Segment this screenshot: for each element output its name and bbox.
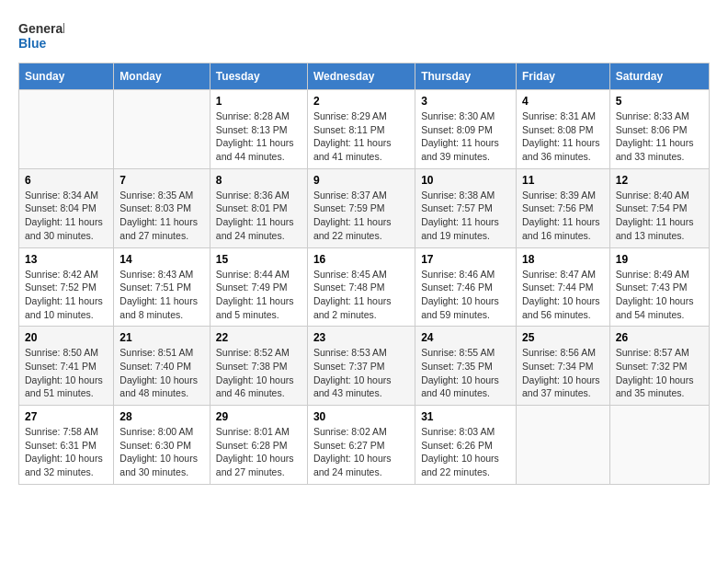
day-info: Sunrise: 8:03 AM Sunset: 6:26 PM Dayligh… [421, 425, 510, 479]
day-info: Sunrise: 8:53 AM Sunset: 7:37 PM Dayligh… [313, 346, 409, 400]
day-info: Sunrise: 8:55 AM Sunset: 7:35 PM Dayligh… [421, 346, 510, 400]
calendar-cell: 21Sunrise: 8:51 AM Sunset: 7:40 PM Dayli… [114, 327, 210, 406]
day-info: Sunrise: 8:35 AM Sunset: 8:03 PM Dayligh… [119, 189, 204, 243]
day-info: Sunrise: 7:58 AM Sunset: 6:31 PM Dayligh… [25, 425, 108, 479]
day-number: 17 [421, 253, 510, 266]
calendar-cell [609, 406, 709, 485]
svg-text:Blue: Blue [18, 36, 47, 51]
calendar-cell: 2Sunrise: 8:29 AM Sunset: 8:11 PM Daylig… [307, 90, 415, 169]
day-number: 2 [313, 95, 409, 108]
calendar-cell: 26Sunrise: 8:57 AM Sunset: 7:32 PM Dayli… [609, 327, 709, 406]
day-info: Sunrise: 8:45 AM Sunset: 7:48 PM Dayligh… [313, 268, 409, 322]
day-info: Sunrise: 8:31 AM Sunset: 8:08 PM Dayligh… [522, 109, 604, 164]
calendar-cell: 17Sunrise: 8:46 AM Sunset: 7:46 PM Dayli… [415, 247, 517, 327]
day-number: 23 [313, 331, 409, 344]
calendar-cell: 20Sunrise: 8:50 AM Sunset: 7:41 PM Dayli… [19, 327, 114, 406]
day-number: 25 [522, 331, 604, 344]
week-row-3: 13Sunrise: 8:42 AM Sunset: 7:52 PM Dayli… [19, 247, 710, 327]
calendar-cell: 6Sunrise: 8:34 AM Sunset: 8:04 PM Daylig… [19, 168, 114, 247]
day-number: 4 [522, 95, 604, 108]
calendar-cell [516, 406, 609, 485]
header-cell-saturday: Saturday [609, 63, 709, 90]
day-number: 3 [421, 95, 510, 108]
calendar-cell: 9Sunrise: 8:37 AM Sunset: 7:59 PM Daylig… [307, 168, 415, 247]
logo-svg: General Blue [18, 18, 64, 53]
day-number: 12 [616, 174, 703, 187]
calendar-cell [19, 90, 114, 169]
header: General Blue [18, 18, 710, 53]
calendar-cell: 29Sunrise: 8:01 AM Sunset: 6:28 PM Dayli… [210, 406, 307, 485]
day-info: Sunrise: 8:33 AM Sunset: 8:06 PM Dayligh… [616, 109, 703, 164]
day-number: 29 [216, 410, 301, 423]
day-info: Sunrise: 8:30 AM Sunset: 8:09 PM Dayligh… [421, 109, 510, 164]
day-number: 11 [522, 174, 604, 187]
calendar-cell: 10Sunrise: 8:38 AM Sunset: 7:57 PM Dayli… [415, 168, 517, 247]
week-row-1: 1Sunrise: 8:28 AM Sunset: 8:13 PM Daylig… [19, 90, 710, 169]
calendar-cell: 30Sunrise: 8:02 AM Sunset: 6:27 PM Dayli… [307, 406, 415, 485]
header-cell-tuesday: Tuesday [210, 63, 307, 90]
day-number: 13 [25, 253, 108, 266]
calendar-cell: 25Sunrise: 8:56 AM Sunset: 7:34 PM Dayli… [516, 327, 609, 406]
header-cell-monday: Monday [114, 63, 210, 90]
day-info: Sunrise: 8:42 AM Sunset: 7:52 PM Dayligh… [25, 268, 108, 322]
calendar-cell: 13Sunrise: 8:42 AM Sunset: 7:52 PM Dayli… [19, 247, 114, 327]
day-number: 15 [216, 253, 301, 266]
calendar-cell: 12Sunrise: 8:40 AM Sunset: 7:54 PM Dayli… [609, 168, 709, 247]
calendar-cell: 28Sunrise: 8:00 AM Sunset: 6:30 PM Dayli… [114, 406, 210, 485]
calendar-cell: 19Sunrise: 8:49 AM Sunset: 7:43 PM Dayli… [609, 247, 709, 327]
day-number: 21 [119, 331, 204, 344]
day-number: 30 [313, 410, 409, 423]
day-info: Sunrise: 8:02 AM Sunset: 6:27 PM Dayligh… [313, 425, 409, 479]
calendar-cell: 18Sunrise: 8:47 AM Sunset: 7:44 PM Dayli… [516, 247, 609, 327]
calendar-cell: 31Sunrise: 8:03 AM Sunset: 6:26 PM Dayli… [415, 406, 517, 485]
day-number: 14 [119, 253, 204, 266]
calendar-cell: 1Sunrise: 8:28 AM Sunset: 8:13 PM Daylig… [210, 90, 307, 169]
header-cell-sunday: Sunday [19, 63, 114, 90]
calendar-cell: 4Sunrise: 8:31 AM Sunset: 8:08 PM Daylig… [516, 90, 609, 169]
calendar-cell: 5Sunrise: 8:33 AM Sunset: 8:06 PM Daylig… [609, 90, 709, 169]
day-info: Sunrise: 8:34 AM Sunset: 8:04 PM Dayligh… [25, 189, 108, 243]
day-info: Sunrise: 8:36 AM Sunset: 8:01 PM Dayligh… [216, 189, 301, 243]
day-number: 27 [25, 410, 108, 423]
day-info: Sunrise: 8:50 AM Sunset: 7:41 PM Dayligh… [25, 346, 108, 400]
day-number: 8 [216, 174, 301, 187]
day-info: Sunrise: 8:57 AM Sunset: 7:32 PM Dayligh… [616, 346, 703, 400]
day-number: 28 [119, 410, 204, 423]
day-number: 31 [421, 410, 510, 423]
day-info: Sunrise: 8:49 AM Sunset: 7:43 PM Dayligh… [616, 268, 703, 322]
day-number: 26 [616, 331, 703, 344]
calendar-cell: 22Sunrise: 8:52 AM Sunset: 7:38 PM Dayli… [210, 327, 307, 406]
day-info: Sunrise: 8:46 AM Sunset: 7:46 PM Dayligh… [421, 268, 510, 322]
calendar-cell: 27Sunrise: 7:58 AM Sunset: 6:31 PM Dayli… [19, 406, 114, 485]
logo: General Blue [18, 18, 64, 53]
day-info: Sunrise: 8:47 AM Sunset: 7:44 PM Dayligh… [522, 268, 604, 322]
calendar-table: SundayMondayTuesdayWednesdayThursdayFrid… [18, 63, 710, 485]
day-info: Sunrise: 8:01 AM Sunset: 6:28 PM Dayligh… [216, 425, 301, 479]
day-number: 16 [313, 253, 409, 266]
calendar-cell [114, 90, 210, 169]
calendar-cell: 7Sunrise: 8:35 AM Sunset: 8:03 PM Daylig… [114, 168, 210, 247]
day-number: 5 [616, 95, 703, 108]
header-row: SundayMondayTuesdayWednesdayThursdayFrid… [19, 63, 710, 90]
day-info: Sunrise: 8:51 AM Sunset: 7:40 PM Dayligh… [119, 346, 204, 400]
day-number: 19 [616, 253, 703, 266]
day-number: 24 [421, 331, 510, 344]
day-info: Sunrise: 8:28 AM Sunset: 8:13 PM Dayligh… [216, 109, 301, 164]
calendar-cell: 11Sunrise: 8:39 AM Sunset: 7:56 PM Dayli… [516, 168, 609, 247]
day-info: Sunrise: 8:52 AM Sunset: 7:38 PM Dayligh… [216, 346, 301, 400]
header-cell-thursday: Thursday [415, 63, 517, 90]
day-info: Sunrise: 8:39 AM Sunset: 7:56 PM Dayligh… [522, 189, 604, 243]
day-number: 18 [522, 253, 604, 266]
calendar-cell: 8Sunrise: 8:36 AM Sunset: 8:01 PM Daylig… [210, 168, 307, 247]
day-info: Sunrise: 8:44 AM Sunset: 7:49 PM Dayligh… [216, 268, 301, 322]
calendar-cell: 23Sunrise: 8:53 AM Sunset: 7:37 PM Dayli… [307, 327, 415, 406]
day-info: Sunrise: 8:56 AM Sunset: 7:34 PM Dayligh… [522, 346, 604, 400]
day-info: Sunrise: 8:29 AM Sunset: 8:11 PM Dayligh… [313, 109, 409, 164]
day-number: 1 [216, 95, 301, 108]
day-number: 10 [421, 174, 510, 187]
day-info: Sunrise: 8:00 AM Sunset: 6:30 PM Dayligh… [119, 425, 204, 479]
calendar-cell: 15Sunrise: 8:44 AM Sunset: 7:49 PM Dayli… [210, 247, 307, 327]
day-info: Sunrise: 8:37 AM Sunset: 7:59 PM Dayligh… [313, 189, 409, 243]
day-number: 6 [25, 174, 108, 187]
svg-text:General: General [18, 21, 64, 36]
